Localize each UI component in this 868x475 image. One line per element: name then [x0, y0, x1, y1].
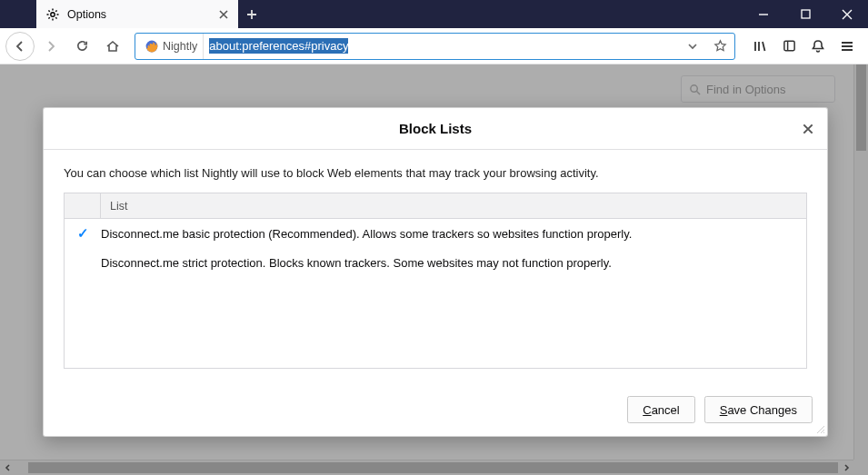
identity-label: Nightly: [163, 40, 197, 53]
list-header-label: List: [101, 200, 127, 213]
gear-icon: [45, 7, 60, 22]
close-tab-icon[interactable]: [215, 5, 233, 24]
firefox-icon: [145, 39, 159, 54]
notifications-button[interactable]: [804, 33, 832, 60]
svg-rect-1: [802, 10, 810, 18]
identity-box[interactable]: Nightly: [139, 34, 204, 59]
block-list-box: List ✓ Disconnect.me basic protection (R…: [64, 193, 807, 369]
nav-toolbar: Nightly about:preferences#privacy: [0, 28, 868, 64]
window-minimize-button[interactable]: [743, 0, 784, 28]
url-dropdown-icon[interactable]: [682, 41, 703, 52]
window-maximize-button[interactable]: [784, 0, 826, 28]
forward-button[interactable]: [36, 32, 65, 61]
app-menu-button[interactable]: [833, 33, 861, 60]
library-button[interactable]: [746, 33, 773, 60]
dialog-message: You can choose which list Nightly will u…: [64, 166, 807, 180]
list-header: List: [65, 193, 806, 219]
home-button[interactable]: [98, 32, 127, 61]
dialog-close-button[interactable]: [798, 119, 818, 139]
url-text[interactable]: about:preferences#privacy: [209, 39, 676, 53]
cancel-button[interactable]: Cancel: [627, 396, 694, 423]
block-lists-dialog: Block Lists You can choose which list Ni…: [43, 107, 828, 437]
dialog-title: Block Lists: [399, 121, 472, 136]
svg-point-0: [51, 12, 55, 15]
bookmark-star-icon[interactable]: [709, 39, 731, 53]
list-item[interactable]: ✓ Disconnect.me basic protection (Recomm…: [65, 219, 806, 248]
dialog-header: Block Lists: [44, 108, 827, 150]
list-item-label: Disconnect.me strict protection. Blocks …: [101, 256, 612, 270]
save-changes-button[interactable]: Save Changes: [704, 396, 813, 423]
check-icon: ✓: [65, 225, 101, 242]
window-close-button[interactable]: [826, 0, 868, 28]
new-tab-button[interactable]: [238, 0, 265, 28]
svg-rect-3: [783, 41, 793, 50]
resize-handle-icon[interactable]: [814, 423, 825, 434]
browser-tab[interactable]: Options: [36, 0, 238, 28]
back-button[interactable]: [5, 32, 35, 61]
content-area: Find in Options Block Lists You can choo…: [0, 64, 868, 475]
url-bar[interactable]: Nightly about:preferences#privacy: [135, 33, 735, 60]
tab-title: Options: [67, 8, 207, 21]
sidebar-button[interactable]: [775, 33, 803, 60]
list-item-label: Disconnect.me basic protection (Recommen…: [101, 227, 632, 241]
window-titlebar: Options: [0, 0, 868, 28]
reload-button[interactable]: [67, 32, 96, 61]
list-item[interactable]: Disconnect.me strict protection. Blocks …: [65, 248, 806, 277]
